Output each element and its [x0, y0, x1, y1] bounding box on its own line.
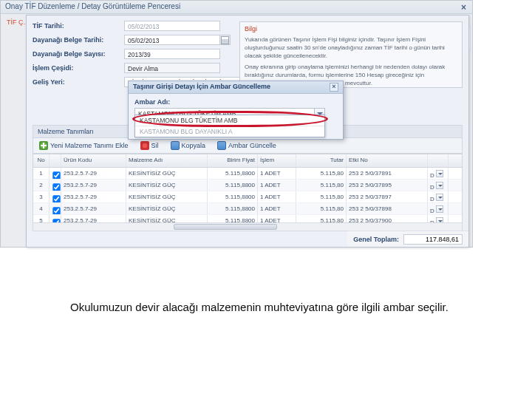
cell-etk: 253 2 5/0/37891 — [347, 168, 428, 179]
label-dayanak-tarih: Dayanağı Belge Tarihi: — [33, 36, 124, 44]
cell-bf: 5.115,8800 — [208, 168, 258, 179]
cell-etk: 253 2 5/0/37897 — [347, 191, 428, 202]
cell-is: 1 ADET — [258, 180, 296, 191]
grid-toolbar: Yeni Malzeme Tanımı Ekle Sil Kopyala Amb… — [33, 137, 463, 154]
col-etk[interactable]: Etki No — [347, 154, 428, 167]
cell-urn: 253.2.5.7-29 — [61, 168, 126, 179]
cell-expand[interactable]: D — [428, 180, 449, 191]
cell-mal: KESİNTİSİZ GÜÇ — [126, 168, 208, 179]
parent-close-icon[interactable]: × — [461, 2, 466, 13]
ambar-label: Ambar Adı: — [134, 98, 337, 106]
total-value: 117.848,61 — [403, 234, 463, 245]
col-last[interactable] — [428, 154, 449, 167]
cell-bf: 5.115,8800 — [208, 180, 258, 191]
row-checkbox[interactable] — [52, 183, 60, 191]
row-checkbox[interactable] — [52, 195, 60, 202]
info-title: Bilgi — [245, 25, 457, 33]
table-row[interactable]: 4253.2.5.7-29KESİNTİSİZ GÜÇ5.115,88001 A… — [33, 203, 462, 215]
grid-header: No Ürün Kodu Malzeme Adı Birim Fiyat İşl… — [33, 154, 462, 168]
modal-title[interactable]: Taşınır Girişi Detayı İçin Ambar Güncell… — [129, 81, 343, 94]
add-material-button[interactable]: Yeni Malzeme Tanımı Ekle — [36, 140, 132, 151]
cell-mal: KESİNTİSİZ GÜÇ — [126, 180, 208, 191]
chevron-down-icon[interactable] — [436, 194, 443, 201]
info-p1: Yukarıda görünen Taşınır İşlem Fişi bilg… — [245, 35, 457, 60]
cell-expand[interactable]: D — [428, 203, 449, 214]
cell-tut: 5.115,80 — [296, 203, 347, 214]
ambar-option-1[interactable]: KASTAMONU BLG TÜKETİM AMB — [135, 115, 324, 126]
cell-etk: 253 2 5/0/37895 — [347, 180, 428, 191]
field-dayanak-tarih[interactable]: 05/02/2013 — [124, 35, 220, 45]
cell-etk: 253 2 5/0/37898 — [347, 203, 428, 214]
cell-is: 1 ADET — [258, 203, 296, 214]
row-checkbox[interactable] — [52, 171, 60, 179]
table-row[interactable]: 3253.2.5.7-29KESİNTİSİZ GÜÇ5.115,88001 A… — [33, 191, 462, 203]
col-urn[interactable]: Ürün Kodu — [61, 154, 126, 167]
scrollbar-thumb[interactable] — [174, 224, 277, 230]
instruction-caption: Okulumuzun devir alacağı malzemenin muht… — [70, 301, 502, 313]
chevron-down-icon[interactable] — [436, 170, 443, 177]
cell-urn: 253.2.5.7-29 — [61, 180, 126, 191]
col-no[interactable]: No — [33, 154, 50, 167]
label-islem: İşlem Çeşidi: — [33, 64, 124, 72]
ambar-option-2[interactable]: KASTAMONU BLG DAYANIKLI A — [135, 126, 324, 137]
cell-tut: 5.115,80 — [296, 180, 347, 191]
table-row[interactable]: 1253.2.5.7-29KESİNTİSİZ GÜÇ5.115,88001 A… — [33, 168, 462, 180]
cell-no: 4 — [33, 203, 50, 214]
row-checkbox[interactable] — [52, 207, 60, 214]
info-box: Bilgi Yukarıda görünen Taşınır İşlem Fiş… — [239, 21, 463, 88]
ambar-update-modal: Taşınır Girişi Detayı İçin Ambar Güncell… — [128, 81, 344, 140]
col-is[interactable]: İşlem — [258, 154, 296, 167]
parent-window-title: Onay TİF Düzenleme / Detay Görüntüleme P… — [1, 1, 472, 14]
label-tif-tarihi: TİF Tarihi: — [33, 22, 124, 30]
label-gelis: Geliş Yeri: — [33, 78, 124, 86]
parent-window-title-text: Onay TİF Düzenleme / Detay Görüntüleme P… — [5, 2, 180, 10]
cell-mal: KESİNTİSİZ GÜÇ — [126, 191, 208, 202]
cell-tut: 5.115,80 — [296, 191, 347, 202]
cell-chk[interactable] — [50, 168, 61, 179]
field-dayanak-sayi[interactable]: 2013/39 — [124, 49, 220, 59]
label-dayanak-sayi: Dayanağı Belge Sayısı: — [33, 50, 124, 58]
table-row[interactable]: 2253.2.5.7-29KESİNTİSİZ GÜÇ5.115,88001 A… — [33, 180, 462, 191]
chevron-down-icon[interactable] — [436, 205, 443, 213]
cell-tut: 5.115,80 — [296, 168, 347, 179]
add-label: Yeni Malzeme Tanımı Ekle — [50, 142, 129, 149]
store-update-button[interactable]: Ambar Güncelle — [214, 140, 279, 151]
cell-is: 1 ADET — [258, 168, 296, 179]
copy-label: Kopyala — [182, 142, 206, 149]
ambar-dropdown-list: KASTAMONU BLG TÜKETİM AMB KASTAMONU BLG … — [134, 115, 325, 137]
copy-icon — [171, 141, 180, 150]
cell-bf: 5.115,8800 — [208, 191, 258, 202]
grid-footer: Genel Toplam: 117.848,61 — [347, 231, 468, 247]
col-chk[interactable] — [50, 154, 61, 167]
grid-body: 1253.2.5.7-29KESİNTİSİZ GÜÇ5.115,88001 A… — [33, 168, 462, 231]
field-islem: Devir Alma — [124, 63, 220, 73]
calendar-icon[interactable] — [220, 35, 231, 45]
cell-urn: 253.2.5.7-29 — [61, 203, 126, 214]
field-tif-tarihi[interactable]: 05/02/2013 — [124, 21, 220, 31]
cell-expand[interactable]: D — [428, 168, 449, 179]
cell-no: 2 — [33, 180, 50, 191]
cell-no: 3 — [33, 191, 50, 202]
cell-chk[interactable] — [50, 180, 61, 191]
delete-label: Sil — [151, 142, 159, 149]
material-grid: No Ürün Kodu Malzeme Adı Birim Fiyat İşl… — [33, 154, 463, 231]
cell-no: 1 — [33, 168, 50, 179]
col-mal[interactable]: Malzeme Adı — [126, 154, 208, 167]
store-icon — [217, 141, 226, 150]
chevron-down-icon[interactable] — [436, 182, 443, 189]
cell-expand[interactable]: D — [428, 191, 449, 202]
copy-button[interactable]: Kopyala — [168, 140, 209, 151]
cell-urn: 253.2.5.7-29 — [61, 191, 126, 202]
col-tut[interactable]: Tutar — [296, 154, 347, 167]
plus-icon — [39, 141, 48, 150]
cell-chk[interactable] — [50, 203, 61, 214]
delete-button[interactable]: Sil — [137, 140, 162, 151]
cell-chk[interactable] — [50, 191, 61, 202]
total-label: Genel Toplam: — [353, 236, 399, 243]
cell-bf: 5.115,8800 — [208, 203, 258, 214]
store-label: Ambar Güncelle — [228, 142, 276, 149]
modal-title-text: Taşınır Girişi Detayı İçin Ambar Güncell… — [133, 83, 270, 90]
cell-is: 1 ADET — [258, 191, 296, 202]
col-bf[interactable]: Birim Fiyat — [208, 154, 258, 167]
close-icon[interactable]: × — [330, 83, 338, 92]
